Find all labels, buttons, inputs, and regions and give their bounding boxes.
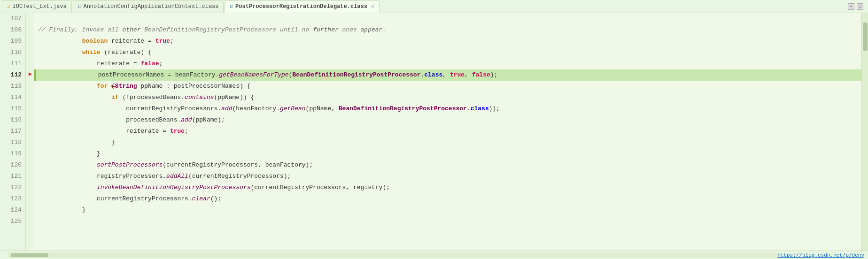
tab-bar: J IOCTest_Ext.java C AnnotationConfigApp… bbox=[0, 0, 868, 13]
code-line-119: } bbox=[34, 148, 861, 160]
gutter-row-111 bbox=[26, 58, 34, 69]
line-num-122: 122 bbox=[0, 182, 25, 193]
line-num-114: 114 bbox=[0, 92, 25, 103]
gutter-row-124 bbox=[26, 205, 34, 216]
gutter-row-123 bbox=[26, 193, 34, 205]
window-controls: − ❐ bbox=[848, 0, 863, 13]
line-num-113: 113 bbox=[0, 81, 25, 92]
tab-label-annotationconfig: AnnotationConfigApplicationContext.class bbox=[83, 3, 218, 10]
code-line-122: invokeBeanDefinitionRegistryPostProcesso… bbox=[34, 182, 861, 193]
gutter-row-120 bbox=[26, 160, 34, 171]
gutter-row-112: ➤ bbox=[26, 69, 34, 81]
gutter-row-109 bbox=[26, 36, 34, 47]
comment-108: // Finally, invoke all other BeanDefinit… bbox=[38, 26, 386, 33]
line-num-109: 109 bbox=[0, 36, 25, 47]
code-line-113: for (String ppName : postProcessorNames)… bbox=[34, 81, 861, 92]
code-line-107 bbox=[34, 13, 861, 24]
line-num-110: 110 bbox=[0, 47, 25, 58]
horizontal-scrollbar[interactable] bbox=[8, 252, 777, 258]
code-line-115: currentRegistryProcessors.add(beanFactor… bbox=[34, 103, 861, 114]
code-line-123: currentRegistryProcessors.clear(); bbox=[34, 193, 861, 205]
tab-label-ioctest: IOCTest_Ext.java bbox=[13, 3, 67, 10]
scrollbar-thumb-v[interactable] bbox=[863, 23, 868, 51]
debug-arrow-icon: ➤ bbox=[26, 69, 34, 81]
code-line-114: if (!processedBeans.contains(ppName)) { bbox=[34, 92, 861, 103]
line-num-120: 120 bbox=[0, 160, 25, 171]
gutter-row-108 bbox=[26, 24, 34, 36]
code-area[interactable]: // Finally, invoke all other BeanDefinit… bbox=[34, 13, 861, 251]
gutter-row-121 bbox=[26, 171, 34, 182]
code-line-120: sortPostProcessors(currentRegistryProces… bbox=[34, 160, 861, 171]
line-num-119: 119 bbox=[0, 148, 25, 160]
tab-postprocessor[interactable]: C PostProcessorRegistrationDelegate.clas… bbox=[225, 0, 379, 13]
minimize-button[interactable]: − bbox=[848, 3, 854, 10]
gutter-row-113 bbox=[26, 81, 34, 92]
line-num-111: 111 bbox=[0, 58, 25, 69]
line-numbers: 107 108 109 110 111 112 113 114 115 116 … bbox=[0, 13, 26, 251]
java-file-icon: J bbox=[7, 4, 10, 9]
vertical-scrollbar[interactable] bbox=[861, 13, 868, 251]
code-line-108: // Finally, invoke all other BeanDefinit… bbox=[34, 24, 861, 36]
tab-ioctest[interactable]: J IOCTest_Ext.java bbox=[2, 0, 72, 13]
line-num-125: 125 bbox=[0, 216, 25, 227]
scrollbar-thumb-h[interactable] bbox=[11, 253, 48, 257]
gutter-row-117 bbox=[26, 126, 34, 137]
code-line-125 bbox=[34, 216, 861, 227]
line-num-124: 124 bbox=[0, 205, 25, 216]
line-num-121: 121 bbox=[0, 171, 25, 182]
class-file-icon-2: C bbox=[230, 4, 233, 9]
ide-window: J IOCTest_Ext.java C AnnotationConfigApp… bbox=[0, 0, 868, 259]
gutter-row-116 bbox=[26, 114, 34, 126]
class-file-icon-1: C bbox=[78, 4, 81, 9]
line-num-116: 116 bbox=[0, 114, 25, 126]
gutter-row-110 bbox=[26, 47, 34, 58]
editor-area: 107 108 109 110 111 112 113 114 115 116 … bbox=[0, 13, 868, 251]
code-line-118: } bbox=[34, 137, 861, 148]
line-num-107: 107 bbox=[0, 13, 25, 24]
bottom-bar: https://blog.csdn.net/p/deny bbox=[0, 251, 868, 259]
gutter-row-107 bbox=[26, 13, 34, 24]
line-num-118: 118 bbox=[0, 137, 25, 148]
restore-button[interactable]: ❐ bbox=[857, 3, 863, 10]
tab-annotationconfig[interactable]: C AnnotationConfigApplicationContext.cla… bbox=[73, 0, 224, 13]
tab-close-button[interactable]: ✕ bbox=[371, 3, 374, 9]
code-line-110: while (reiterate) { bbox=[34, 47, 861, 58]
code-line-124: } bbox=[34, 205, 861, 216]
gutter-row-115 bbox=[26, 103, 34, 114]
line-num-108: 108 bbox=[0, 24, 25, 36]
gutter-row-122 bbox=[26, 182, 34, 193]
kw-boolean: boolean bbox=[82, 38, 108, 45]
gutter-row-119 bbox=[26, 148, 34, 160]
code-line-112: postProcessorNames = beanFactory.getBean… bbox=[34, 69, 861, 81]
tab-label-postprocessor: PostProcessorRegistrationDelegate.class bbox=[235, 3, 367, 10]
code-line-121: registryProcessors.addAll(currentRegistr… bbox=[34, 171, 861, 182]
line-num-123: 123 bbox=[0, 193, 25, 205]
gutter-row-114 bbox=[26, 92, 34, 103]
line-num-117: 117 bbox=[0, 126, 25, 137]
code-line-111: reiterate = false; bbox=[34, 58, 861, 69]
gutter-row-118 bbox=[26, 137, 34, 148]
url-label[interactable]: https://blog.csdn.net/p/deny bbox=[777, 252, 868, 258]
line-num-112: 112 bbox=[0, 69, 25, 81]
code-line-117: reiterate = true; bbox=[34, 126, 861, 137]
code-line-109: boolean reiterate = true; bbox=[34, 36, 861, 47]
gutter: ➤ bbox=[26, 13, 34, 251]
code-line-116: processedBeans.add(ppName); bbox=[34, 114, 861, 126]
gutter-row-125 bbox=[26, 216, 34, 227]
line-num-115: 115 bbox=[0, 103, 25, 114]
